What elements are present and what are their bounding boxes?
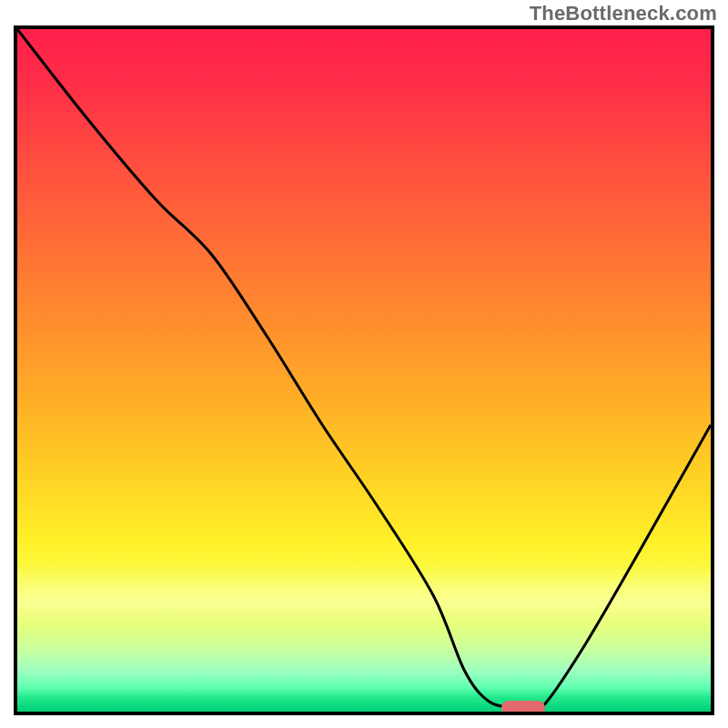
chart-frame: TheBottleneck.com [0,0,728,728]
plot-area [14,25,714,715]
bottleneck-curve-path [17,29,711,711]
curve-svg [17,29,711,712]
watermark-text: TheBottleneck.com [530,2,717,25]
optimal-marker [501,701,545,715]
